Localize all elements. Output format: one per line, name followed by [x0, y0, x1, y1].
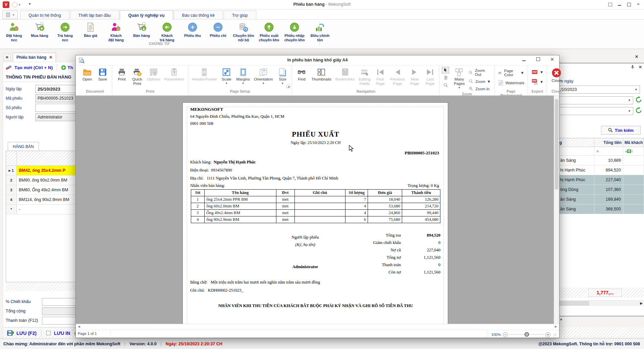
- column-header[interactable]: g: [558, 138, 594, 147]
- ribbon-button[interactable]: ➜Trả hàng ncc: [52, 21, 78, 42]
- customer-name-cell[interactable]: hị Hạnh Phúc: [558, 175, 594, 185]
- dialog-minimize-button[interactable]: [522, 57, 526, 62]
- customer-name-cell[interactable]: hị Hạnh Phúc: [558, 165, 594, 175]
- create-new-button[interactable]: Tạo mới (Ctrl + N): [14, 65, 53, 70]
- close-preview-button[interactable]: Close: [549, 67, 564, 84]
- maximize-button[interactable]: [627, 2, 631, 7]
- refresh-icon[interactable]: [635, 107, 642, 114]
- toolbar-button-orientation[interactable]: Orientation▼: [252, 67, 274, 86]
- total-cell[interactable]: 10,689: [594, 156, 623, 165]
- ribbon-button[interactable]: Đặt hàng ncc: [1, 21, 27, 42]
- close-button[interactable]: ×: [636, 2, 641, 7]
- scroll-right-icon[interactable]: ▶: [640, 301, 643, 305]
- zoom-slider[interactable]: [510, 334, 543, 335]
- table-row[interactable]: ăn Sáng 368,500: [558, 204, 644, 214]
- filter-cell[interactable]: [558, 147, 594, 155]
- ribbon-button[interactable]: ➜Khách trả hàng: [154, 21, 180, 42]
- table-row[interactable]: ăn Sáng 169,840: [558, 195, 644, 204]
- dialog-maximize-button[interactable]: [536, 57, 540, 62]
- table-row[interactable]: hị Hạnh Phúc 227,040: [558, 175, 644, 185]
- customer-name-cell[interactable]: ăn Sáng: [558, 195, 594, 204]
- total-cell[interactable]: 169,840: [594, 195, 623, 204]
- search-button[interactable]: Tìm kiếm: [601, 126, 641, 135]
- app-menu-button[interactable]: ▾: [2, 10, 18, 19]
- ribbon-tab-5[interactable]: Trợ giúp: [224, 10, 256, 20]
- toolbar-button-scale[interactable]: Scale▼: [219, 67, 234, 86]
- toolbar-button-find[interactable]: Find: [294, 67, 309, 83]
- ribbon-tab-4[interactable]: Báo cáo thống kê: [174, 10, 223, 20]
- ribbon-button[interactable]: Điều chỉnh tồn: [307, 21, 333, 42]
- pin-icon[interactable]: [631, 65, 635, 69]
- code-cell[interactable]: [623, 195, 644, 204]
- hand-tool-button[interactable]: [442, 74, 449, 81]
- ribbon-tab-1[interactable]: Quản trị hệ thống: [20, 10, 69, 20]
- total-cell[interactable]: 894,520: [594, 165, 623, 175]
- toolbar-button-open[interactable]: Open: [80, 67, 95, 83]
- many-pages-button[interactable]: Many Pages▼: [452, 67, 467, 90]
- zoom-in-button[interactable]: +: [545, 332, 550, 337]
- date-combo[interactable]: /10/2023▼: [558, 86, 640, 94]
- table-row[interactable]: ăn Sáng 10,689: [558, 156, 644, 165]
- ribbon-button[interactable]: ▲Bán hàng: [129, 21, 154, 38]
- zoom-in-button[interactable]: Zoom In: [467, 86, 492, 92]
- ribbon-button[interactable]: +Phiếu thu: [180, 21, 205, 38]
- ribbon-button[interactable]: ▼Mua hàng: [27, 21, 52, 38]
- dialog-close-button[interactable]: ✕: [550, 57, 554, 62]
- toolbar-button-margins[interactable]: Margins▼: [234, 67, 252, 86]
- code-cell[interactable]: [623, 175, 644, 185]
- minimize-button[interactable]: [617, 2, 622, 7]
- customer-name-cell[interactable]: ăn Sáng: [558, 204, 594, 214]
- code-cell[interactable]: [623, 165, 644, 175]
- resize-grip-icon[interactable]: [552, 333, 556, 337]
- toolbar-button-size[interactable]: Size▼: [275, 67, 290, 86]
- pointer-tool-button[interactable]: [442, 67, 449, 73]
- toolbar-button-thumbnails[interactable]: Thumbnails: [310, 67, 333, 83]
- column-header[interactable]: Mã khách: [623, 138, 644, 147]
- tab-phieu-ban-hang[interactable]: Phiếu bán hàng ✕: [13, 53, 56, 62]
- scrollbar-thumb[interactable]: [559, 301, 589, 305]
- customer-name-cell[interactable]: ăn Sáng: [558, 156, 594, 165]
- filter-abc-icon[interactable]: aBc: [623, 147, 644, 155]
- magnifier-tool-button[interactable]: [442, 82, 449, 88]
- ribbon-button[interactable]: Khách đặt hàng: [103, 21, 129, 42]
- send-pdf-button[interactable]: PDF▼: [530, 78, 545, 86]
- scroll-right-icon[interactable]: ▶: [555, 325, 557, 328]
- total-cell[interactable]: 227,040: [594, 175, 623, 185]
- horizontal-scrollbar[interactable]: ▶: [558, 300, 644, 306]
- save-button[interactable]: LƯU (F2): [7, 330, 37, 337]
- toolbar-button-print[interactable]: Print: [114, 67, 129, 83]
- ribbon-button[interactable]: Chuyển tiền nội bộ: [231, 21, 256, 42]
- total-cell[interactable]: 107,360: [594, 185, 623, 194]
- tab-hang-ban[interactable]: HÀNG BÁN: [8, 142, 39, 151]
- zoom-out-button[interactable]: Zoom Out: [467, 68, 492, 77]
- zoom-dropdown-button[interactable]: Zoom▼: [467, 78, 492, 85]
- filter-equals-icon[interactable]: =: [594, 147, 623, 155]
- ribbon-button[interactable]: −Phiếu chi: [205, 21, 231, 38]
- toolbar-button-save[interactable]: Save: [95, 67, 110, 83]
- ribbon-button[interactable]: ➜Phiếu nhập chuyển kho: [282, 21, 307, 42]
- dialog-horizontal-scrollbar[interactable]: ◀ ▶: [76, 324, 559, 330]
- close-all-tabs-button[interactable]: ✕: [3, 53, 11, 61]
- toolbar-button-quick-print[interactable]: Quick Print: [130, 67, 145, 87]
- filter-combo-1[interactable]: ▼: [558, 96, 633, 104]
- column-header[interactable]: Tổng tiền: [594, 138, 623, 147]
- watermark-button[interactable]: Watermark: [496, 79, 526, 87]
- vertical-scrollbar[interactable]: [554, 96, 559, 324]
- zoom-slider-knob[interactable]: [525, 332, 529, 337]
- add-button[interactable]: Th: [61, 65, 73, 70]
- ribbon-button[interactable]: Báo giá: [78, 21, 103, 38]
- save-print-checkbox[interactable]: [46, 331, 51, 335]
- ribbon-button[interactable]: ➜Phiếu xuất chuyển kho: [256, 21, 282, 42]
- workspace-close-button[interactable]: ✕: [633, 53, 640, 60]
- filter-combo-2[interactable]: ▼: [558, 107, 633, 115]
- code-cell[interactable]: [623, 204, 644, 214]
- tab-close-icon[interactable]: ✕: [49, 55, 52, 60]
- table-row[interactable]: ông Dũng 107,360: [558, 185, 644, 195]
- page-color-button[interactable]: Page Color▼: [496, 68, 526, 78]
- refresh-icon[interactable]: [635, 96, 642, 103]
- fullscreen-button[interactable]: [608, 2, 612, 7]
- table-row[interactable]: hị Hạnh Phúc 894,520: [558, 165, 644, 175]
- scroll-left-icon[interactable]: ◀: [78, 325, 80, 328]
- export-pdf-button[interactable]: PDF▼: [530, 68, 545, 76]
- code-cell[interactable]: [623, 156, 644, 165]
